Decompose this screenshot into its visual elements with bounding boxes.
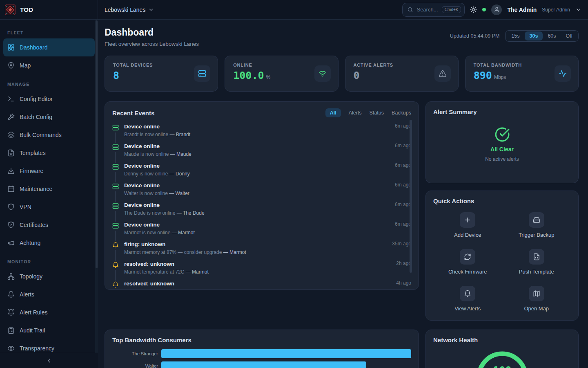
wifi-icon [314,65,331,82]
stat-value: 100.0 [233,70,264,81]
event-row[interactable]: Device onlineThe Dude is now online — Th… [112,202,411,221]
interval-button-15s[interactable]: 15s [506,31,524,40]
network-health-title: Network Health [433,337,478,343]
quick-action-check-firmware[interactable]: Check Firmware [433,249,502,275]
sidebar-item-label: VPN [20,204,31,210]
search-placeholder: Search... [416,7,438,13]
quick-action-trigger-backup[interactable]: Trigger Backup [502,212,571,238]
user-role: Super Admin [542,7,570,13]
server-icon [112,182,119,191]
sun-icon [470,6,477,13]
event-time: 4h ago [396,280,411,290]
refresh-interval-control: 15s30s60sOff [505,30,579,42]
event-target: — The Dude [177,210,205,216]
event-target: — Marmot [172,230,195,236]
quick-actions-title: Quick Actions [433,197,474,204]
bell-icon [112,280,119,289]
stat-card-total-devices: TOTAL DEVICES8 [105,56,218,92]
bell-icon [7,291,15,298]
search-shortcut-badge: Cmd+K [442,6,461,13]
map-pin-icon [7,62,15,69]
event-title: resolved: unknown [124,260,391,268]
sidebar-item-alerts[interactable]: Alerts [3,285,95,303]
quick-action-add-device[interactable]: Add Device [433,212,502,238]
quick-action-label: View Alerts [454,305,481,312]
bell-icon [112,241,119,250]
event-row[interactable]: Device onlineDonny is now online — Donny… [112,162,411,182]
server-icon [194,65,210,82]
sidebar-item-config-editor[interactable]: Config Editor [3,90,95,108]
quick-action-open-map[interactable]: Open Map [502,286,571,312]
shield-check-icon [7,221,15,229]
user-menu-button[interactable] [575,7,581,13]
sidebar-item-topology[interactable]: Topology [3,267,95,285]
refresh-cw-icon [460,249,475,265]
events-tab-status[interactable]: Status [370,110,384,116]
events-tab-all[interactable]: All [325,108,341,117]
event-target: — Donny [169,171,190,177]
interval-button-30s[interactable]: 30s [525,31,543,40]
event-row[interactable]: firing: unknownMarmot memory at 87% — co… [112,241,411,260]
sidebar-item-batch-config[interactable]: Batch Config [3,108,95,126]
terminal-icon [7,95,15,103]
interval-button-60s[interactable]: 60s [543,31,561,40]
sidebar-item-audit-trail[interactable]: Audit Trail [3,321,95,339]
avatar[interactable] [491,4,502,15]
events-tab-backups[interactable]: Backups [392,110,411,116]
bandwidth-bar-track [161,361,411,368]
sidebar-item-map[interactable]: Map [3,56,95,74]
fleet-selector[interactable]: Lebowski Lanes [105,7,154,13]
event-row[interactable]: Device onlineWalter is now online — Walt… [112,182,411,202]
event-title: firing: unknown [124,241,387,248]
sidebar-item-maintenance[interactable]: Maintenance [3,180,95,198]
bandwidth-bar-row: Walter [112,361,411,368]
user-name: The Admin [507,7,537,13]
event-row[interactable]: Device onlineBrandt is now online — Bran… [112,123,411,143]
quick-action-label: Trigger Backup [519,232,555,238]
bandwidth-title: Top Bandwidth Consumers [112,337,192,343]
bandwidth-panel: Top Bandwidth Consumers The StrangerWalt… [105,330,419,368]
alert-detail-text: No active alerts [485,156,519,162]
download-icon [7,167,15,175]
layers-icon [7,131,15,139]
page-header: Dashboard Fleet overview across Lebowski… [105,27,579,47]
events-tab-alerts[interactable]: Alerts [349,110,362,116]
sidebar-collapse-button[interactable] [0,353,98,368]
search-input[interactable]: Search... Cmd+K [402,3,465,17]
event-row[interactable]: resolved: unknownMarmot temperature at 7… [112,260,411,280]
app-logo [5,4,16,15]
events-list: Device onlineBrandt is now online — Bran… [112,123,411,290]
quick-action-view-alerts[interactable]: View Alerts [433,286,502,312]
event-subtitle: The Dude is now online — The Dude [124,210,390,216]
bandwidth-bar-label: The Stranger [112,351,158,356]
sidebar-item-achtung[interactable]: Achtung [3,234,95,252]
sidebar-item-templates[interactable]: Templates [3,144,95,162]
bandwidth-bar [161,349,411,358]
sidebar-section-label: FLEET [7,30,91,35]
event-title: Device online [124,221,390,229]
quick-action-push-template[interactable]: Push Template [502,249,571,275]
sidebar-item-alert-rules[interactable]: Alert Rules [3,303,95,321]
sidebar-item-certificates[interactable]: Certificates [3,216,95,234]
sidebar-item-dashboard[interactable]: Dashboard [3,38,95,56]
network-health-panel: Network Health 100 [425,330,579,368]
sidebar-item-firmware[interactable]: Firmware [3,162,95,180]
sidebar-item-vpn[interactable]: VPN [3,198,95,216]
event-row[interactable]: Device onlineMarmot is now online — Marm… [112,221,411,241]
chevron-left-icon [46,357,52,364]
events-scrollbar-thumb[interactable] [410,120,412,273]
sidebar-scrollbar-thumb[interactable] [96,20,98,268]
page-title: Dashboard [105,27,199,38]
sidebar-item-label: Audit Trail [20,327,45,334]
updated-timestamp: Updated 05:44:09 PM [450,33,500,39]
theme-toggle-button[interactable] [470,6,477,13]
event-title: Device online [124,202,390,209]
bandwidth-bar [161,361,366,368]
calendar-icon [7,185,15,193]
sidebar-item-transparency[interactable]: Transparency [3,339,95,353]
interval-button-off[interactable]: Off [561,31,577,40]
event-row[interactable]: Device onlineMaude is now online — Maude… [112,143,411,162]
event-row[interactable]: resolved: unknown4h ago [112,280,411,290]
sidebar-item-bulk-commands[interactable]: Bulk Commands [3,126,95,144]
event-time: 2h ago [396,260,411,280]
